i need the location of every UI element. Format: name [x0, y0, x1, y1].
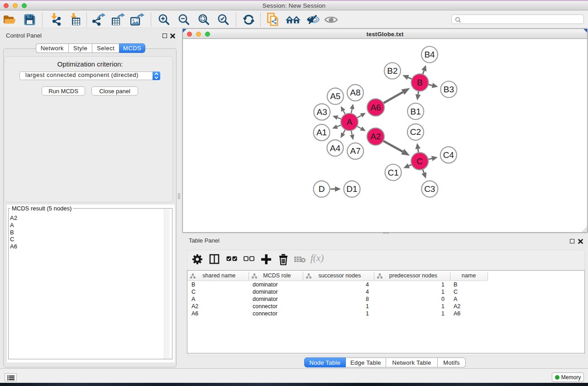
svg-text:A6: A6	[370, 103, 381, 112]
svg-text:B3: B3	[444, 85, 454, 94]
svg-text:A2: A2	[370, 132, 381, 141]
svg-text:A3: A3	[317, 107, 327, 117]
svg-text:C4: C4	[443, 150, 454, 160]
svg-text:C3: C3	[424, 184, 435, 194]
svg-text:B: B	[417, 78, 423, 87]
svg-text:C1: C1	[387, 168, 398, 177]
svg-text:B2: B2	[387, 66, 397, 76]
svg-text:C2: C2	[410, 127, 421, 137]
svg-text:B1: B1	[411, 107, 421, 116]
svg-text:A: A	[347, 117, 353, 127]
svg-text:D: D	[319, 184, 325, 194]
svg-text:B4: B4	[424, 50, 435, 59]
svg-text:A5: A5	[330, 91, 340, 101]
svg-text:A1: A1	[316, 128, 327, 137]
svg-text:A7: A7	[350, 146, 360, 156]
svg-text:D1: D1	[346, 184, 357, 194]
svg-text:A4: A4	[330, 143, 341, 153]
svg-text:A8: A8	[350, 88, 360, 97]
svg-text:C: C	[416, 157, 423, 166]
